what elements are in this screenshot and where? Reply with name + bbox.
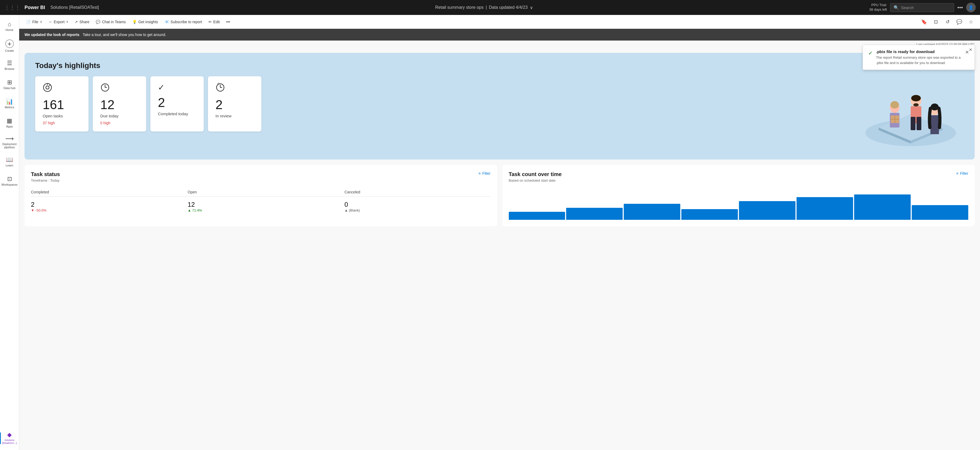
insights-icon: 💡 <box>132 20 137 24</box>
sidebar-item-create[interactable]: + Create <box>0 36 19 56</box>
notification-banner: We updated the look of reports Take a to… <box>19 29 980 41</box>
completed-label: Completed today <box>158 111 196 116</box>
toast-close-button[interactable]: ✕ <box>965 49 969 55</box>
learn-icon: 📖 <box>6 157 13 163</box>
metrics-icon: 📊 <box>6 99 13 105</box>
col-canceled: Canceled <box>345 190 491 194</box>
task-status-filter-button[interactable]: ≡ Filter <box>479 171 490 175</box>
avatar[interactable]: 👤 <box>966 3 976 12</box>
table-data-row: 2 ▼ -50.0% 12 ▲ 71.4% <box>31 199 491 215</box>
workspace-label: Solutions [RetailSOATest] <box>50 5 99 10</box>
kpi-card-completed: ✓ 2 Completed today <box>150 76 204 132</box>
svg-point-1 <box>46 86 49 89</box>
chat-button[interactable]: 💬 Chat in Teams <box>93 18 128 25</box>
report-title: Retail summary store ops <box>435 5 484 10</box>
sidebar-item-browse[interactable]: ☰ Browse <box>0 56 19 75</box>
share-icon: ↗ <box>75 20 78 24</box>
in-review-icon <box>215 83 254 94</box>
completed-num: 2 <box>31 201 34 208</box>
change-canceled: ▲ (Blank) <box>345 208 491 212</box>
col-open: Open <box>188 190 334 194</box>
edit-button[interactable]: ✏ Edit <box>206 18 223 25</box>
data-hub-icon: ⊞ <box>7 80 12 85</box>
filter-icon-2: ≡ <box>956 171 958 175</box>
search-input[interactable] <box>901 5 951 10</box>
subscribe-label: Subscribe to report <box>171 20 202 24</box>
sidebar-item-learn[interactable]: 📖 Learn <box>0 152 19 172</box>
pipe-separator: | <box>485 5 487 10</box>
sidebar-item-solutions[interactable]: ◆ Solutions [RetailSOA...] <box>0 429 19 448</box>
create-icon: + <box>5 40 14 48</box>
due-today-icon <box>100 83 138 94</box>
change-completed-pct: -50.0% <box>35 208 46 212</box>
sidebar: ⌂ Home + Create ☰ Browse ⊞ Data hub 📊 Me… <box>0 15 19 450</box>
share-button[interactable]: ↗ Share <box>72 18 92 25</box>
in-review-value: 2 <box>215 99 254 111</box>
apps-icon: ▦ <box>7 118 12 124</box>
sidebar-label-metrics: Metrics <box>5 106 14 109</box>
sidebar-item-apps[interactable]: ▦ Apps <box>0 113 19 133</box>
svg-point-31 <box>931 103 939 110</box>
search-icon: 🔍 <box>894 5 899 10</box>
filter-label-2: Filter <box>960 171 968 175</box>
sidebar-item-home[interactable]: ⌂ Home <box>0 17 19 36</box>
toast-content: .pbix file is ready for download The rep… <box>876 49 962 65</box>
up-arrow-icon: ▲ <box>188 208 191 212</box>
bar-8 <box>912 205 968 220</box>
neutral-arrow-icon: ▲ <box>345 208 348 212</box>
sidebar-label-browse: Browse <box>5 67 14 71</box>
task-count-filter-button[interactable]: ≡ Filter <box>956 171 968 175</box>
filter-icon: ≡ <box>479 171 480 175</box>
insights-label: Get insights <box>138 20 158 24</box>
refresh-button[interactable]: ↺ <box>943 17 952 27</box>
comment-button[interactable]: 💬 <box>955 17 964 27</box>
last-updated: Last updated 4/4/2023 12:30:05 PM UTC <box>19 41 980 49</box>
top-bar-right: PPU Trial: 38 days left 🔍 ••• 👤 <box>869 3 976 12</box>
task-status-title: Task status <box>31 171 60 177</box>
search-box[interactable]: 🔍 <box>890 3 954 12</box>
insights-button[interactable]: 💡 Get insights <box>130 18 161 25</box>
toast-close-x-button[interactable]: ✕ <box>969 47 972 52</box>
export-button[interactable]: ↔ Export ∨ <box>46 18 71 25</box>
sidebar-item-deployment[interactable]: ⟶ Deployment pipelines <box>0 133 19 152</box>
sidebar-label-deployment: Deployment pipelines <box>1 143 18 149</box>
chat-label: Chat in Teams <box>102 20 126 24</box>
open-tasks-sublabel: 37 high <box>43 121 81 125</box>
layout-button[interactable]: ⊡ <box>931 17 940 27</box>
export-chevron: ∨ <box>66 20 68 24</box>
chevron-down-icon[interactable]: ∨ <box>530 5 533 10</box>
sidebar-item-metrics[interactable]: 📊 Metrics <box>0 94 19 113</box>
svg-point-27 <box>913 103 919 107</box>
export-label: Export <box>54 20 65 24</box>
report-title-area: Retail summary store ops | Data updated … <box>102 5 866 10</box>
completed-icon: ✓ <box>158 83 196 92</box>
task-status-subtitle: Timeframe : Today <box>31 178 60 183</box>
sidebar-item-workspaces[interactable]: ⊡ Workspaces <box>0 172 19 191</box>
task-status-card: Task status Timeframe : Today ≡ Filter C… <box>24 165 497 226</box>
sidebar-item-data-hub[interactable]: ⊞ Data hub <box>0 75 19 94</box>
subscribe-button[interactable]: 📧 Subscribe to report <box>162 18 205 25</box>
kpi-card-due-today: 12 Due today 0 high <box>93 76 146 132</box>
illustration <box>858 64 959 149</box>
open-tasks-value: 161 <box>43 99 81 111</box>
file-button[interactable]: 📄 File ∨ <box>24 18 45 25</box>
file-icon: 📄 <box>26 20 31 24</box>
main-layout: ⌂ Home + Create ☰ Browse ⊞ Data hub 📊 Me… <box>0 15 980 450</box>
change-canceled-val: (Blank) <box>349 208 360 212</box>
col-completed: Completed <box>31 190 177 194</box>
sidebar-label-apps: Apps <box>6 125 13 128</box>
kpi-card-open-tasks: 161 Open tasks 37 high <box>35 76 89 132</box>
due-today-value: 12 <box>100 99 138 111</box>
bookmark-button[interactable]: 🔖 <box>919 17 929 27</box>
svg-point-26 <box>911 95 921 101</box>
more-button[interactable]: ••• <box>223 18 233 25</box>
ppu-trial-line2: 38 days left <box>869 8 887 12</box>
sidebar-label-data-hub: Data hub <box>3 86 16 90</box>
solutions-icon: ◆ <box>7 432 12 438</box>
grid-icon[interactable]: ⋮⋮⋮ <box>4 4 20 11</box>
sidebar-label-learn: Learn <box>6 164 13 167</box>
report-content: Today's highlights <box>19 49 980 231</box>
more-options-button[interactable]: ••• <box>957 5 963 11</box>
file-chevron: ∨ <box>40 20 42 24</box>
favorite-button[interactable]: ☆ <box>966 17 976 27</box>
